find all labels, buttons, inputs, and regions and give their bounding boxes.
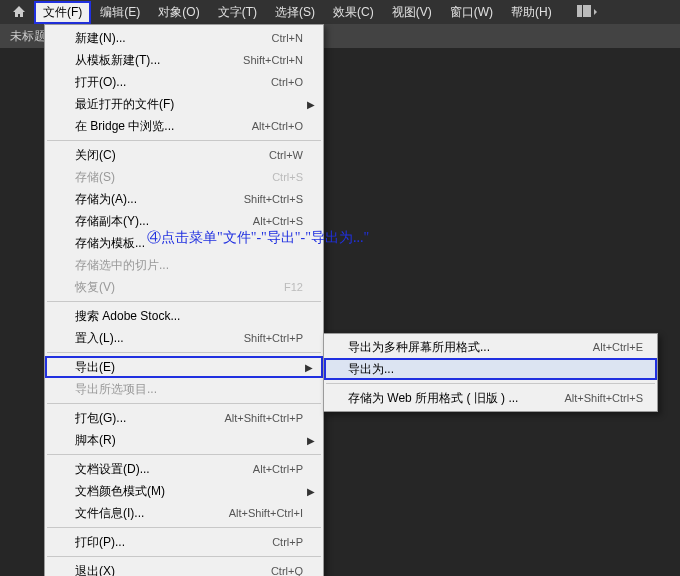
menu-item-shortcut: Ctrl+W [269,149,303,161]
menu-item-label: 打印(P)... [75,534,272,551]
submenu-item-导出为[interactable]: 导出为... [324,358,657,380]
menu-item-label: 文档设置(D)... [75,461,253,478]
menu-item-label: 置入(L)... [75,330,244,347]
menu-item-文档设置D[interactable]: 文档设置(D)...Alt+Ctrl+P [45,458,323,480]
menu-item-shortcut: Ctrl+O [271,76,303,88]
menu-item-shortcut: Ctrl+P [272,536,303,548]
menu-item-新建N[interactable]: 新建(N)...Ctrl+N [45,27,323,49]
menu-item-label: 在 Bridge 中浏览... [75,118,252,135]
menu-效果[interactable]: 效果(C) [324,1,383,24]
menu-item-label: 导出(E) [75,359,303,376]
menu-item-shortcut: Ctrl+S [272,171,303,183]
menu-视图[interactable]: 视图(V) [383,1,441,24]
menu-item-shortcut: Alt+Shift+Ctrl+P [224,412,303,424]
menu-item-label: 打包(G)... [75,410,224,427]
menu-item-label: 搜索 Adobe Stock... [75,308,303,325]
menu-item-关闭C[interactable]: 关闭(C)Ctrl+W [45,144,323,166]
menu-item-从模板新建T[interactable]: 从模板新建(T)...Shift+Ctrl+N [45,49,323,71]
menu-item-退出X[interactable]: 退出(X)Ctrl+Q [45,560,323,576]
home-icon[interactable] [4,0,34,24]
menu-item-搜索AdobeStock[interactable]: 搜索 Adobe Stock... [45,305,323,327]
menu-item-label: 从模板新建(T)... [75,52,243,69]
menu-编辑[interactable]: 编辑(E) [91,1,149,24]
menu-item-label: 新建(N)... [75,30,272,47]
menu-item-label: 打开(O)... [75,74,271,91]
menu-item-在Bridge中浏览[interactable]: 在 Bridge 中浏览...Alt+Ctrl+O [45,115,323,137]
menu-item-恢复V: 恢复(V)F12 [45,276,323,298]
file-menu-dropdown: 新建(N)...Ctrl+N从模板新建(T)...Shift+Ctrl+N打开(… [44,24,324,576]
menu-item-shortcut: Alt+Ctrl+O [252,120,303,132]
menu-item-存储选中的切片: 存储选中的切片... [45,254,323,276]
menu-帮助[interactable]: 帮助(H) [502,1,561,24]
menu-item-label: 存储选中的切片... [75,257,303,274]
workspace-switcher-icon[interactable] [571,2,603,23]
menu-item-label: 存储(S) [75,169,272,186]
menu-item-导出所选项目: 导出所选项目... [45,378,323,400]
menu-item-最近打开的文件F[interactable]: 最近打开的文件(F)▶ [45,93,323,115]
menu-item-打包G[interactable]: 打包(G)...Alt+Shift+Ctrl+P [45,407,323,429]
submenu-item-label: 导出为多种屏幕所用格式... [348,339,593,356]
menu-item-shortcut: Shift+Ctrl+P [244,332,303,344]
menu-选择[interactable]: 选择(S) [266,1,324,24]
menu-item-导出E[interactable]: 导出(E)▶ [45,356,323,378]
menu-item-存储S: 存储(S)Ctrl+S [45,166,323,188]
svg-rect-1 [583,5,591,17]
menu-separator [47,403,321,404]
menu-item-置入L[interactable]: 置入(L)...Shift+Ctrl+P [45,327,323,349]
menu-item-label: 存储副本(Y)... [75,213,253,230]
menu-item-存储为A[interactable]: 存储为(A)...Shift+Ctrl+S [45,188,323,210]
menu-item-label: 文件信息(I)... [75,505,229,522]
menu-item-label: 导出所选项目... [75,381,303,398]
submenu-item-shortcut: Alt+Shift+Ctrl+S [564,392,643,404]
menu-对象[interactable]: 对象(O) [149,1,208,24]
svg-rect-0 [577,5,582,17]
submenu-item-label: 存储为 Web 所用格式 ( 旧版 ) ... [348,390,564,407]
menu-separator [47,527,321,528]
menu-item-label: 存储为(A)... [75,191,244,208]
menu-窗口[interactable]: 窗口(W) [441,1,502,24]
menu-separator [326,383,655,384]
menubar: 文件(F)编辑(E)对象(O)文字(T)选择(S)效果(C)视图(V)窗口(W)… [0,0,680,24]
menu-separator [47,301,321,302]
menu-item-label: 最近打开的文件(F) [75,96,303,113]
submenu-item-shortcut: Alt+Ctrl+E [593,341,643,353]
submenu-arrow-icon: ▶ [305,362,313,373]
submenu-arrow-icon: ▶ [307,435,315,446]
menu-separator [47,556,321,557]
menu-item-label: 恢复(V) [75,279,284,296]
submenu-item-存储为Web所用格式旧版[interactable]: 存储为 Web 所用格式 ( 旧版 ) ...Alt+Shift+Ctrl+S [324,387,657,409]
menu-item-shortcut: Alt+Ctrl+P [253,463,303,475]
menu-separator [47,140,321,141]
menu-item-shortcut: F12 [284,281,303,293]
menu-文字[interactable]: 文字(T) [209,1,266,24]
export-submenu: 导出为多种屏幕所用格式...Alt+Ctrl+E导出为...存储为 Web 所用… [323,333,658,412]
menu-文件[interactable]: 文件(F) [34,1,91,24]
menu-item-打开O[interactable]: 打开(O)...Ctrl+O [45,71,323,93]
menu-item-打印P[interactable]: 打印(P)...Ctrl+P [45,531,323,553]
menu-item-脚本R[interactable]: 脚本(R)▶ [45,429,323,451]
menu-item-label: 退出(X) [75,563,271,577]
submenu-item-label: 导出为... [348,361,643,378]
submenu-arrow-icon: ▶ [307,486,315,497]
submenu-arrow-icon: ▶ [307,99,315,110]
menu-item-文件信息I[interactable]: 文件信息(I)...Alt+Shift+Ctrl+I [45,502,323,524]
menu-item-label: 脚本(R) [75,432,303,449]
menu-item-shortcut: Ctrl+Q [271,565,303,576]
menu-separator [47,454,321,455]
tutorial-annotation: ④点击菜单"文件"-"导出"-"导出为..." [147,229,369,247]
menu-item-label: 关闭(C) [75,147,269,164]
menu-item-文档颜色模式M[interactable]: 文档颜色模式(M)▶ [45,480,323,502]
menu-item-shortcut: Shift+Ctrl+N [243,54,303,66]
document-tab[interactable]: 未标题 [10,28,46,45]
menu-item-shortcut: Alt+Shift+Ctrl+I [229,507,303,519]
menu-item-label: 文档颜色模式(M) [75,483,303,500]
menu-item-shortcut: Alt+Ctrl+S [253,215,303,227]
menu-separator [47,352,321,353]
submenu-item-导出为多种屏幕所用格式[interactable]: 导出为多种屏幕所用格式...Alt+Ctrl+E [324,336,657,358]
menu-item-shortcut: Shift+Ctrl+S [244,193,303,205]
menu-item-shortcut: Ctrl+N [272,32,303,44]
